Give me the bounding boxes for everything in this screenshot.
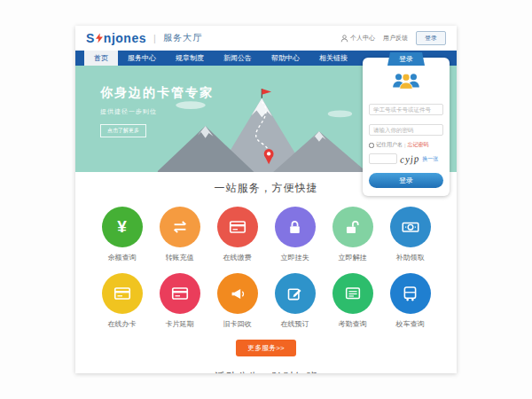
service-label: 旧卡回收 [208, 319, 266, 329]
login-submit-button[interactable]: 登录 [369, 173, 443, 188]
lightning-bolt-icon [96, 33, 103, 43]
services-section: 一站服务，方便快捷 ¥ 余额查询 转账充值 在线缴费 [75, 172, 457, 356]
hero-title: 你身边的卡管专家 [100, 85, 214, 101]
service-label: 校车查询 [381, 319, 439, 329]
service-item-subsidy[interactable]: 补助领取 [381, 207, 439, 262]
personal-center-link[interactable]: 个人中心 [340, 34, 375, 43]
service-label: 卡片延期 [151, 319, 208, 329]
feedback-link[interactable]: 用户反馈 [383, 34, 408, 43]
username-input[interactable] [369, 104, 443, 115]
announcements-title: 活动公告，随时知晓 [75, 370, 457, 373]
service-label: 在线预订 [266, 319, 324, 329]
site-header: S njones | 服务大厅 个人中心 用户反馈 登录 [75, 26, 457, 51]
login-panel: 登录 记住用户名 | 忘记密码 cyjp 换一张 登录 [363, 58, 450, 196]
page: S njones | 服务大厅 个人中心 用户反馈 登录 首页 服务中心 规章制… [75, 26, 457, 373]
service-label: 在线办卡 [93, 319, 151, 329]
service-item-balance[interactable]: ¥ 余额查询 [93, 207, 151, 262]
remember-label: 记住用户名 [376, 141, 403, 149]
transfer-icon [160, 207, 200, 247]
bank-card-icon [102, 273, 143, 314]
service-item-card-extension[interactable]: 卡片延期 [151, 273, 208, 329]
services-grid: ¥ 余额查询 转账充值 在线缴费 立即挂失 [75, 196, 457, 329]
captcha-refresh-link[interactable]: 换一张 [422, 155, 438, 163]
nav-item-home[interactable]: 首页 [84, 51, 118, 66]
bus-icon [390, 273, 431, 314]
lock-icon [275, 207, 316, 247]
yuan-icon: ¥ [102, 207, 143, 247]
service-item-apply-card[interactable]: 在线办卡 [93, 273, 151, 329]
header-right: 个人中心 用户反馈 登录 [340, 31, 446, 45]
service-item-attendance[interactable]: 考勤查询 [324, 273, 381, 329]
person-icon [340, 35, 348, 43]
service-item-release-loss[interactable]: 立即解挂 [324, 207, 381, 262]
nav-item-rules[interactable]: 规章制度 [166, 51, 214, 66]
hero-subtitle: 提供捷径一步到位 [100, 107, 214, 116]
service-item-card-recycle[interactable]: 旧卡回收 [208, 273, 266, 329]
nav-item-links[interactable]: 相关链接 [309, 51, 357, 66]
announcements-section: 活动公告，随时知晓 使用指南 最新公告 更多>> 使用指南 更多>> [75, 370, 457, 373]
feedback-label: 用户反馈 [383, 34, 408, 43]
service-label: 立即解挂 [324, 253, 381, 262]
more-services-button[interactable]: 更多服务>> [236, 340, 295, 356]
header-login-button[interactable]: 登录 [416, 31, 446, 45]
nav-item-help[interactable]: 帮助中心 [262, 51, 309, 66]
service-item-school-bus[interactable]: 校车查询 [381, 273, 439, 329]
service-item-transfer[interactable]: 转账充值 [151, 207, 208, 262]
captcha-input[interactable] [369, 153, 397, 164]
forgot-password-link[interactable]: 忘记密码 [408, 141, 429, 149]
banknote-icon [390, 207, 431, 247]
service-label: 余额查询 [93, 253, 151, 262]
service-label: 转账充值 [151, 253, 208, 262]
personal-center-label: 个人中心 [350, 34, 375, 43]
login-tab[interactable]: 登录 [387, 52, 425, 66]
nav-item-news[interactable]: 新闻公告 [214, 51, 262, 66]
service-label: 补助领取 [381, 253, 439, 262]
logo-text-start: S [86, 31, 95, 45]
hero-cta-button[interactable]: 点击了解更多 [100, 124, 146, 137]
bank-card-icon [217, 207, 258, 247]
logo-text-end: njones [104, 31, 146, 45]
login-options: 记住用户名 | 忘记密码 [369, 141, 443, 149]
nav-item-service-center[interactable]: 服务中心 [118, 51, 166, 66]
captcha-image[interactable]: cyjp [400, 153, 420, 165]
service-label: 考勤查询 [324, 319, 381, 329]
service-label: 立即挂失 [266, 253, 324, 262]
hero-text: 你身边的卡管专家 提供捷径一步到位 点击了解更多 [100, 85, 214, 137]
unlock-icon [332, 207, 373, 247]
password-input[interactable] [369, 124, 443, 136]
remember-checkbox[interactable] [369, 143, 374, 148]
service-item-report-loss[interactable]: 立即挂失 [266, 207, 324, 262]
bank-card-icon [160, 273, 200, 314]
logo[interactable]: S njones | 服务大厅 [86, 31, 202, 45]
megaphone-icon [217, 273, 258, 314]
service-item-online-booking[interactable]: 在线预订 [266, 273, 324, 329]
logo-suffix: 服务大厅 [163, 32, 202, 44]
users-group-icon [369, 71, 443, 94]
service-item-pay-online[interactable]: 在线缴费 [208, 207, 266, 262]
attendance-icon [332, 273, 373, 314]
logo-divider: | [153, 33, 156, 43]
captcha-row: cyjp 换一张 [369, 153, 443, 164]
edit-icon [275, 273, 316, 314]
service-label: 在线缴费 [208, 253, 266, 262]
